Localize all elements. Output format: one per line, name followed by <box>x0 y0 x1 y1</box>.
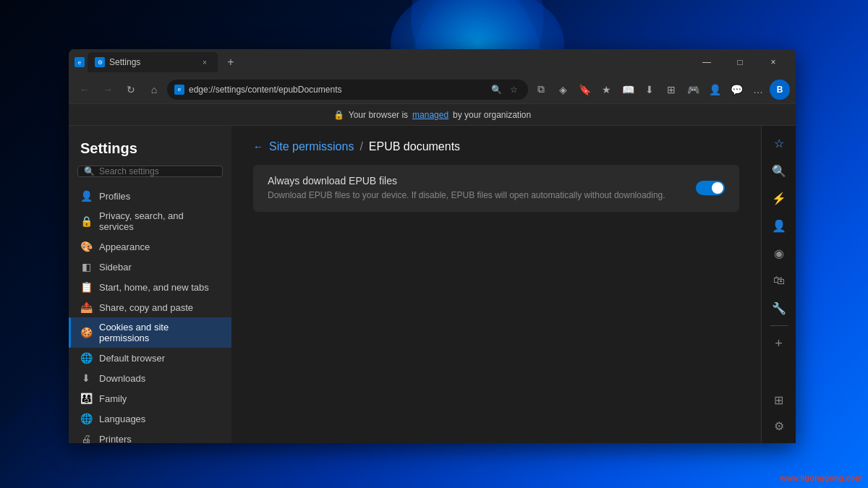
browser-essentials-icon[interactable]: ◈ <box>553 80 573 100</box>
sidebar-item-share[interactable]: 📤 Share, copy and paste <box>69 297 231 317</box>
edge-sidebar-profile[interactable]: 👤 <box>766 213 792 239</box>
edge-sidebar-bottom: ⊞ ⚙ <box>766 387 792 439</box>
tab-close-button[interactable]: × <box>199 56 210 68</box>
download-icon[interactable]: ⬇ <box>639 80 660 100</box>
sidebar-item-start[interactable]: 📋 Start, home, and new tabs <box>69 277 231 297</box>
tab-favicon: ⚙ <box>95 57 105 67</box>
settings-tab[interactable]: ⚙ Settings × <box>88 52 218 72</box>
search-settings-input[interactable] <box>99 166 216 176</box>
privacy-nav-icon: 🔒 <box>80 215 92 227</box>
search-icon[interactable]: 🔍 <box>489 82 503 97</box>
profile-icon[interactable]: 👤 <box>705 80 725 100</box>
setting-title: Always download EPUB files <box>268 175 681 187</box>
sidebar-item-cookies-label: Cookies and site permissions <box>99 322 220 343</box>
sidebar-item-family-label: Family <box>99 393 127 404</box>
sidebar-item-sidebar[interactable]: ◧ Sidebar <box>69 257 231 277</box>
refresh-button[interactable]: ↻ <box>121 80 141 100</box>
edge-sidebar-customize[interactable]: ⊞ <box>766 387 792 413</box>
address-bar[interactable]: e edge://settings/content/epubDocuments … <box>167 80 528 100</box>
favorites-toolbar-icon[interactable]: ★ <box>596 80 616 100</box>
sidebar-item-profiles[interactable]: 👤 Profiles <box>69 186 231 206</box>
edge-sidebar-search[interactable]: 🔍 <box>766 158 792 184</box>
info-text-after: by your organization <box>453 110 531 120</box>
sidebar-item-start-label: Start, home, and new tabs <box>99 282 209 293</box>
content-area: Settings 🔍 👤 Profiles 🔒 Privacy, search,… <box>69 126 796 443</box>
managed-link[interactable]: managed <box>412 110 448 120</box>
split-screen-icon[interactable]: ⧉ <box>531 80 551 100</box>
downloads-nav-icon: ⬇ <box>80 372 92 384</box>
tab-bar: ⚙ Settings × + <box>88 52 687 72</box>
close-button[interactable]: × <box>757 49 790 75</box>
sidebar-nav-icon: ◧ <box>80 261 92 273</box>
address-icons: 🔍 ☆ <box>489 82 521 97</box>
breadcrumb-separator: / <box>359 140 362 153</box>
toolbar-icons: ⧉ ◈ 🔖 ★ 📖 ⬇ ⊞ 🎮 👤 💬 … B <box>531 80 790 100</box>
edge-sidebar-shopping[interactable]: 🛍 <box>766 267 792 294</box>
minimize-button[interactable]: — <box>690 49 723 75</box>
edge-sidebar-add[interactable]: + <box>766 330 792 356</box>
sidebar-item-downloads-label: Downloads <box>99 373 145 384</box>
edge-sidebar-settings[interactable]: ⚙ <box>766 413 792 439</box>
setting-info: Always download EPUB files Download EPUB… <box>268 175 681 202</box>
sidebar-item-printers[interactable]: 🖨 Printers <box>69 429 231 443</box>
sidebar-title: Settings <box>69 126 231 166</box>
desktop: e ⚙ Settings × + — □ × ← → ↻ ⌂ e <box>0 0 868 488</box>
forward-button[interactable]: → <box>98 80 118 100</box>
watermark: www.ligonggong.com <box>780 474 862 482</box>
favorites-icon[interactable]: ☆ <box>506 82 521 97</box>
breadcrumb-current: EPUB documents <box>369 140 460 153</box>
window-controls: — □ × <box>690 49 790 75</box>
lock-icon: 🔒 <box>333 110 344 120</box>
apps-icon[interactable]: ⊞ <box>661 80 681 100</box>
family-nav-icon: 👨‍👩‍👧 <box>80 393 92 404</box>
sidebar-item-share-label: Share, copy and paste <box>99 302 193 313</box>
appearance-nav-icon: 🎨 <box>80 241 92 252</box>
copilot-button[interactable]: B <box>770 80 790 100</box>
cookies-nav-icon: 🍪 <box>80 327 92 338</box>
search-box[interactable]: 🔍 <box>77 166 223 177</box>
reading-view-icon[interactable]: 📖 <box>618 80 638 100</box>
sidebar-item-sidebar-label: Sidebar <box>99 262 132 273</box>
sidebar-item-languages-label: Languages <box>99 414 145 424</box>
feedback-icon[interactable]: 💬 <box>726 80 746 100</box>
sidebar-item-languages[interactable]: 🌐 Languages <box>69 408 231 429</box>
sidebar-item-appearance[interactable]: 🎨 Appearance <box>69 236 231 257</box>
nav-bar: ← → ↻ ⌂ e edge://settings/content/epubDo… <box>69 75 796 104</box>
share-nav-icon: 📤 <box>80 301 92 313</box>
sidebar-item-family[interactable]: 👨‍👩‍👧 Family <box>69 388 231 408</box>
sidebar-item-profiles-label: Profiles <box>99 191 130 202</box>
toggle-thumb <box>712 182 723 194</box>
sidebar-item-privacy[interactable]: 🔒 Privacy, search, and services <box>69 206 231 236</box>
sidebar-item-default-browser[interactable]: 🌐 Default browser <box>69 348 231 368</box>
edge-sidebar-office[interactable]: ◉ <box>766 240 792 266</box>
browser-games-icon[interactable]: 🎮 <box>683 80 703 100</box>
address-favicon: e <box>174 85 184 95</box>
edge-sidebar-favorites[interactable]: ☆ <box>766 130 792 156</box>
edge-sidebar-tools[interactable]: 🔧 <box>766 295 792 321</box>
new-tab-button[interactable]: + <box>221 52 241 72</box>
home-button[interactable]: ⌂ <box>144 80 164 100</box>
maximize-button[interactable]: □ <box>723 49 757 75</box>
sidebar-item-cookies[interactable]: 🍪 Cookies and site permissions <box>69 317 231 348</box>
title-bar: e ⚙ Settings × + — □ × <box>69 49 796 75</box>
edge-sidebar-flash[interactable]: ⚡ <box>766 185 792 211</box>
edge-sidebar: ☆ 🔍 ⚡ 👤 ◉ 🛍 🔧 + ⊞ ⚙ <box>761 126 796 443</box>
back-button[interactable]: ← <box>75 80 95 100</box>
tab-title: Settings <box>109 57 195 67</box>
breadcrumb-back-arrow[interactable]: ← <box>253 141 263 153</box>
browser-window: e ⚙ Settings × + — □ × ← → ↻ ⌂ e <box>69 49 796 443</box>
always-download-toggle[interactable] <box>696 181 725 195</box>
breadcrumb-parent-link[interactable]: Site permissions <box>269 140 354 153</box>
sidebar-item-downloads[interactable]: ⬇ Downloads <box>69 368 231 388</box>
info-text-before: Your browser is <box>349 110 408 120</box>
collections-icon[interactable]: 🔖 <box>574 80 595 100</box>
sidebar-item-appearance-label: Appearance <box>99 241 150 252</box>
setting-card: Always download EPUB files Download EPUB… <box>253 165 739 212</box>
sidebar-item-privacy-label: Privacy, search, and services <box>99 210 220 232</box>
browser-favicon: e <box>75 57 85 67</box>
printers-nav-icon: 🖨 <box>80 433 92 443</box>
sidebar-item-printers-label: Printers <box>99 434 132 444</box>
settings-more-icon[interactable]: … <box>748 80 768 100</box>
sidebar-item-default-browser-label: Default browser <box>99 353 165 364</box>
default-browser-nav-icon: 🌐 <box>80 352 92 364</box>
